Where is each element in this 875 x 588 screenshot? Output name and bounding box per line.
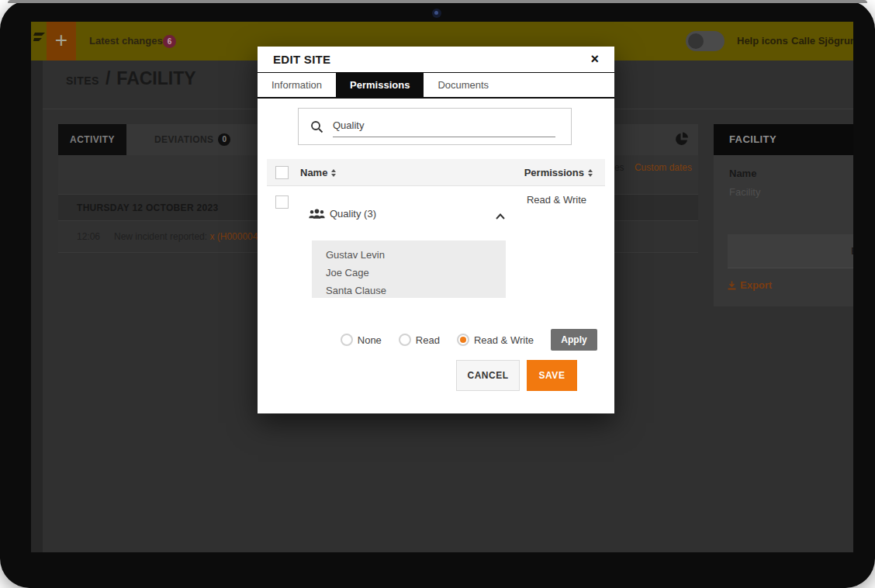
tab-deviations[interactable]: DEVIATIONS 0 — [144, 124, 241, 155]
toggle-knob — [688, 33, 704, 49]
close-icon[interactable]: × — [586, 47, 604, 71]
add-button[interactable]: + — [47, 22, 76, 61]
breadcrumb: SITES / FACILITY — [66, 68, 196, 89]
deviations-count-badge: 0 — [218, 133, 230, 146]
sort-icon[interactable] — [331, 169, 336, 177]
edit-site-modal: EDIT SITE × Information Permissions Docu… — [258, 47, 614, 413]
radio-read[interactable]: Read — [399, 334, 440, 346]
breadcrumb-separator: / — [105, 68, 110, 89]
help-icons-label: Help icons — [737, 22, 788, 61]
group-row[interactable]: Quality (3) — [309, 208, 376, 220]
export-link[interactable]: Export — [728, 279, 772, 291]
facility-name-label: Name — [729, 168, 756, 179]
facility-name-value: Facility — [729, 186, 760, 198]
name-column-header[interactable]: Name — [300, 159, 336, 186]
radio-read-label: Read — [416, 334, 440, 346]
modal-tab-bar: Information Permissions Documents — [258, 73, 614, 99]
page-title: FACILITY — [116, 68, 195, 89]
breadcrumb-section[interactable]: SITES — [66, 74, 99, 87]
custom-dates-link[interactable]: Custom dates — [635, 162, 692, 173]
facility-panel: FACILITY Name Facility ED Export — [714, 124, 853, 306]
search-box[interactable]: Quality — [298, 108, 572, 145]
tab-activity[interactable]: ACTIVITY — [58, 124, 126, 155]
tab-documents[interactable]: Documents — [424, 73, 503, 97]
app-logo-icon — [33, 32, 46, 47]
permissions-header-label: Permissions — [524, 159, 584, 186]
download-icon — [728, 281, 736, 290]
radio-circle — [341, 334, 353, 346]
modal-header: EDIT SITE × — [258, 47, 614, 73]
radio-none-label: None — [358, 334, 382, 346]
tablet-frame-highlight — [8, 0, 867, 3]
radio-read-write-label: Read & Write — [474, 334, 534, 346]
search-underline — [333, 137, 555, 137]
group-members-list: Gustav Levin Joe Cage Santa Clause — [312, 240, 506, 298]
table-header-row: Name Permissions — [267, 159, 605, 186]
feed-entry-time: 12:06 — [77, 221, 100, 252]
search-icon — [310, 120, 323, 137]
sort-icon[interactable] — [588, 169, 593, 177]
select-all-checkbox[interactable] — [275, 166, 289, 179]
radio-none[interactable]: None — [341, 334, 382, 346]
group-name-label: Quality (3) — [330, 208, 376, 220]
group-permission-value: Read & Write — [527, 194, 586, 206]
radio-circle — [457, 334, 469, 346]
pie-chart-icon[interactable] — [674, 132, 689, 150]
radio-circle — [399, 334, 411, 346]
app-screen: + Latest changes 6 Help icons Calle Sjög… — [31, 22, 853, 552]
list-item[interactable]: Joe Cage — [326, 264, 506, 282]
group-users-icon — [309, 208, 325, 220]
list-item[interactable]: Santa Clause — [326, 282, 506, 299]
apply-button[interactable]: Apply — [551, 329, 597, 351]
tab-permissions[interactable]: Permissions — [336, 73, 424, 97]
modal-title: EDIT SITE — [273, 47, 330, 73]
facility-panel-body: Name Facility ED Export — [714, 155, 853, 306]
permission-radio-group: None Read Read & Write Apply — [258, 329, 597, 351]
feed-entry-link[interactable]: x (H000004) — [209, 231, 261, 242]
name-header-label: Name — [300, 159, 327, 186]
save-button[interactable]: SAVE — [527, 360, 577, 391]
permissions-table: Name Permissions — [267, 159, 605, 186]
user-menu[interactable]: Calle Sjögrund — [791, 22, 853, 61]
export-label: Export — [740, 279, 772, 291]
feed-entry-message: New incident reported: — [114, 231, 207, 242]
help-icons-toggle[interactable] — [686, 31, 725, 51]
facility-panel-header: FACILITY — [714, 124, 853, 155]
latest-changes-button[interactable]: Latest changes — [89, 22, 163, 61]
tab-information[interactable]: Information — [258, 73, 336, 97]
tablet-mockup: + Latest changes 6 Help icons Calle Sjög… — [0, 0, 875, 588]
list-item[interactable]: Gustav Levin — [326, 246, 506, 264]
tab-deviations-label: DEVIATIONS — [154, 124, 213, 155]
radio-read-write[interactable]: Read & Write — [457, 334, 534, 346]
latest-changes-count-badge: 6 — [163, 35, 176, 48]
cancel-button[interactable]: CANCEL — [456, 360, 520, 391]
permissions-column-header[interactable]: Permissions — [524, 159, 593, 186]
edit-facility-button[interactable]: ED — [728, 234, 853, 268]
group-row-checkbox[interactable] — [275, 195, 289, 209]
chevron-up-icon[interactable] — [495, 209, 506, 223]
collapsed-sidebar: ▼ — [31, 61, 43, 552]
tablet-camera — [432, 9, 441, 18]
search-input[interactable]: Quality — [333, 119, 364, 131]
feed-entry-text: New incident reported: x (H000004) — [114, 221, 261, 252]
